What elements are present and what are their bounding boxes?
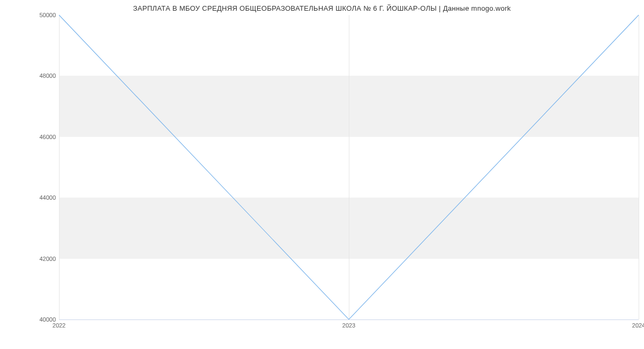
- x-axis-line: [59, 319, 639, 320]
- y-tick-label: 40000: [8, 316, 56, 323]
- y-tick-label: 44000: [8, 194, 56, 201]
- x-tick-label: 2022: [53, 322, 65, 329]
- y-tick-label: 50000: [8, 12, 56, 18]
- line-series-svg: [59, 15, 639, 319]
- plot-area: [59, 15, 639, 319]
- x-tick-label: 2024: [632, 322, 644, 329]
- y-tick-label: 46000: [8, 134, 56, 140]
- series-line: [59, 15, 639, 319]
- x-tick-label: 2023: [342, 322, 355, 329]
- y-tick-label: 42000: [8, 256, 56, 262]
- gridline-vertical: [639, 15, 639, 319]
- y-tick-label: 48000: [8, 72, 56, 79]
- chart-title: ЗАРПЛАТА В МБОУ СРЕДНЯЯ ОБЩЕОБРАЗОВАТЕЛЬ…: [0, 4, 644, 12]
